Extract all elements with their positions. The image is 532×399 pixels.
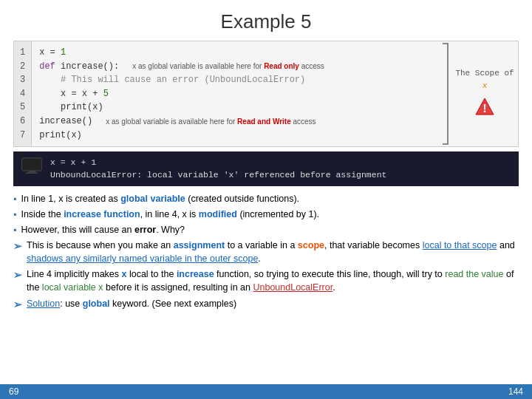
bullet-item-5: ➢ Line 4 implicitly makes x local to the… — [13, 267, 519, 294]
bullet-item-3: ▪ However, this will cause an error. Why… — [13, 223, 519, 236]
error-line1: x = x + 1 — [50, 156, 386, 168]
svg-rect-2 — [22, 158, 42, 171]
bullet-text-6: Solution: use global keyword. (See next … — [27, 297, 236, 312]
footer-page: 69 — [9, 386, 18, 397]
code-line-3: # This will cause an error (UnboundLocal… — [39, 73, 511, 87]
bullet-text-3: However, this will cause an error. Why? — [21, 223, 185, 236]
bullet-item-4: ➢ This is because when you make an assig… — [13, 239, 519, 265]
page-title: Example 5 — [0, 0, 532, 41]
code-line-6: increase() x as global variable is avail… — [39, 115, 511, 129]
bullet-text-2: Inside the increase function, in line 4,… — [21, 208, 319, 221]
bullet-arrow-6: ➢ — [13, 297, 22, 312]
code-block: 1 2 3 4 5 6 7 x = 1 def increase(): x as… — [13, 41, 519, 147]
svg-text:!: ! — [481, 103, 488, 116]
error-text: x = x + 1 UnboundLocalError: local varia… — [50, 156, 386, 182]
bullet-text-4: This is because when you make an assignm… — [27, 239, 519, 265]
scope-label: The Scope of x — [451, 67, 518, 92]
bullet-text-5: Line 4 implicitly makes x local to the i… — [27, 267, 519, 294]
bullet-arrow-4: ➢ — [13, 239, 22, 265]
line-numbers: 1 2 3 4 5 6 7 — [14, 41, 32, 146]
bullet-section: ▪ In line 1, x is created as global vari… — [13, 192, 519, 312]
code-line-4: x = x + 5 — [39, 87, 511, 101]
code-line-1: x = 1 — [39, 46, 511, 60]
code-line-5: print(x) — [39, 100, 511, 115]
annotation-line6: x as global variable is available here f… — [106, 116, 316, 128]
bullet-sym-1: ▪ — [13, 192, 16, 205]
bullet-item-1: ▪ In line 1, x is created as global vari… — [13, 192, 519, 205]
bullet-sym-3: ▪ — [13, 223, 16, 236]
footer-number: 144 — [508, 386, 523, 397]
bullet-sym-2: ▪ — [13, 208, 16, 221]
bullet-arrow-5: ➢ — [13, 267, 22, 294]
code-line-7: print(x) — [39, 129, 511, 143]
bullet-item-6: ➢ Solution: use global keyword. (See nex… — [13, 297, 519, 312]
code-line-2: def increase(): x as global variable is … — [39, 60, 511, 74]
annotation-line2: x as global variable is available here f… — [132, 61, 324, 72]
scope-area: The Scope of x ! — [443, 41, 518, 146]
bullet-text-1: In line 1, x is created as global variab… — [21, 192, 299, 205]
code-lines: x = 1 def increase(): x as global variab… — [32, 41, 518, 146]
svg-rect-4 — [26, 173, 38, 174]
warning-triangle: ! — [474, 97, 495, 121]
error-output: x = x + 1 UnboundLocalError: local varia… — [13, 151, 519, 186]
monitor-icon — [21, 157, 43, 174]
bullet-item-2: ▪ Inside the increase function, in line … — [13, 208, 519, 221]
footer: 69 144 — [0, 384, 532, 399]
svg-rect-3 — [28, 171, 35, 172]
error-line2: UnboundLocalError: local variable 'x' re… — [50, 168, 386, 181]
